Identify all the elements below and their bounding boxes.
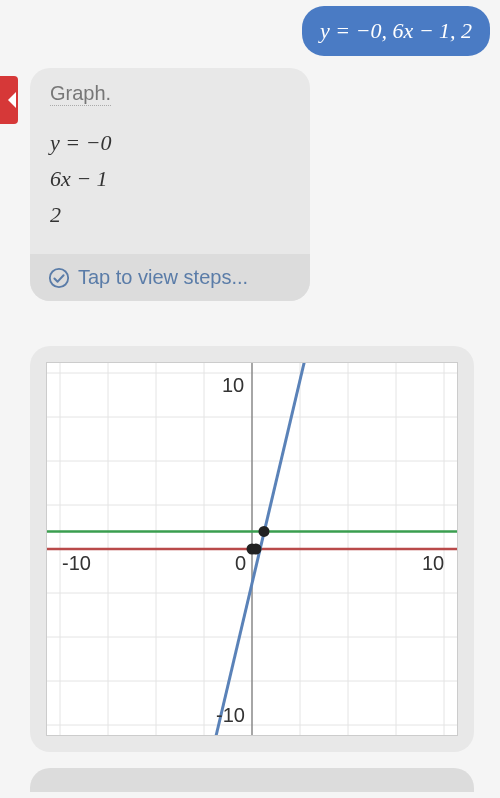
user-message-bubble: y = −0, 6x − 1, 2 [302, 6, 490, 56]
graph-card[interactable]: -10 10 0 10 -10 [30, 346, 474, 752]
svg-point-0 [50, 268, 68, 286]
tick-x-pos: 10 [422, 552, 444, 574]
graph-plot[interactable]: -10 10 0 10 -10 [46, 362, 458, 736]
answer-line-1: y = −0 [50, 130, 290, 156]
point-red-intersect [251, 544, 262, 555]
tick-y-neg: -10 [216, 704, 245, 726]
next-card-peek[interactable] [30, 768, 474, 792]
tick-origin: 0 [235, 552, 246, 574]
point-green-intersect [259, 526, 270, 537]
user-equation: y = −0, 6x − 1, 2 [320, 18, 472, 43]
tick-x-neg: -10 [62, 552, 91, 574]
answer-content: Graph. y = −0 6x − 1 2 [30, 68, 310, 254]
answer-card: Graph. y = −0 6x − 1 2 Tap to view steps… [30, 68, 310, 301]
check-circle-icon [48, 267, 70, 289]
tick-y-pos: 10 [222, 374, 244, 396]
answer-line-3: 2 [50, 202, 290, 228]
answer-line-2: 6x − 1 [50, 166, 290, 192]
view-steps-button[interactable]: Tap to view steps... [30, 254, 310, 301]
answer-header: Graph. [50, 82, 111, 106]
app-tab-icon[interactable] [0, 76, 18, 124]
graph-svg: -10 10 0 10 -10 [46, 362, 458, 736]
view-steps-label: Tap to view steps... [78, 266, 248, 289]
